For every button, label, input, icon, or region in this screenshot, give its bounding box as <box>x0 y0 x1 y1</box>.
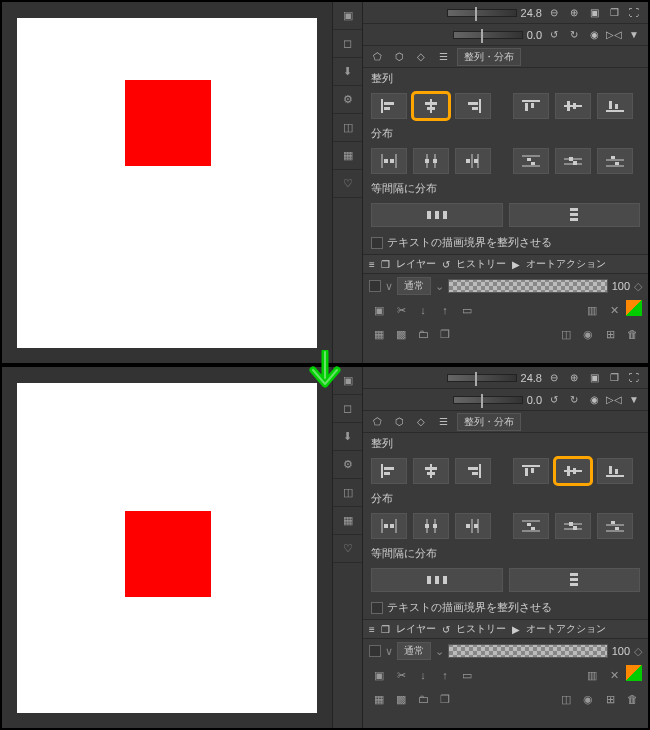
align-bottom-button[interactable] <box>597 93 633 119</box>
dock-icon-2[interactable]: ◻ <box>333 30 362 58</box>
layer-visible-checkbox[interactable] <box>369 280 381 292</box>
dock-icon-6[interactable]: ▦ <box>333 507 362 535</box>
bottom-tool-7[interactable]: ⊞ <box>600 689 620 709</box>
align-top-button[interactable] <box>513 93 549 119</box>
expand-icon[interactable]: ⛶ <box>626 5 642 21</box>
layer-tool-2[interactable]: ✂ <box>391 665 411 685</box>
bottom-tool-1[interactable]: ▦ <box>369 324 389 344</box>
tab-auto[interactable]: オートアクション <box>526 257 606 271</box>
fit-icon[interactable]: ▣ <box>586 5 602 21</box>
dock-icon-7[interactable]: ♡ <box>333 170 362 198</box>
rotation-slider[interactable] <box>453 31 523 39</box>
tab-icon-list[interactable]: ☰ <box>435 414 451 430</box>
dist-right-button[interactable] <box>455 513 491 539</box>
layers-icon[interactable]: ❐ <box>381 259 390 270</box>
color-swatch-icon[interactable] <box>626 665 642 681</box>
dist-vcenter-button[interactable] <box>555 148 591 174</box>
align-right-button[interactable] <box>455 93 491 119</box>
tab-icon-list[interactable]: ☰ <box>435 49 451 65</box>
dist-top-button[interactable] <box>513 513 549 539</box>
align-left-button[interactable] <box>371 458 407 484</box>
layer-tool-4[interactable]: ↑ <box>435 300 455 320</box>
zoom-in-icon[interactable]: ⊕ <box>566 370 582 386</box>
layer-tool-3[interactable]: ↓ <box>413 665 433 685</box>
layers-icon[interactable]: ❐ <box>381 624 390 635</box>
history-icon[interactable]: ↺ <box>442 624 450 635</box>
group-icon[interactable]: ❐ <box>606 5 622 21</box>
zoom-out-icon[interactable]: ⊖ <box>546 5 562 21</box>
align-bottom-button[interactable] <box>597 458 633 484</box>
menu-icon[interactable]: ≡ <box>369 259 375 270</box>
zoom-out-icon[interactable]: ⊖ <box>546 370 562 386</box>
menu-icon[interactable]: ≡ <box>369 624 375 635</box>
align-vcenter-button[interactable] <box>555 93 591 119</box>
blend-mode-select[interactable]: 通常 <box>397 277 431 295</box>
tab-icon-3[interactable]: ◇ <box>413 414 429 430</box>
flip-h-icon[interactable]: ▷◁ <box>606 27 622 43</box>
bottom-tool-4[interactable]: ❐ <box>435 324 455 344</box>
group-icon[interactable]: ❐ <box>606 370 622 386</box>
reset-icon[interactable]: ◉ <box>586 392 602 408</box>
layer-tool-7[interactable]: ✕ <box>604 665 624 685</box>
dropdown-icon[interactable]: ∨ <box>385 280 393 293</box>
reset-icon[interactable]: ◉ <box>586 27 602 43</box>
red-square[interactable] <box>125 511 211 597</box>
even-vertical-button[interactable] <box>509 568 641 592</box>
layer-tool-5[interactable]: ▭ <box>457 665 477 685</box>
dropdown-icon[interactable]: ∨ <box>385 645 393 658</box>
zoom-slider[interactable] <box>447 9 517 17</box>
dist-hcenter-button[interactable] <box>413 513 449 539</box>
blend-mode-select[interactable]: 通常 <box>397 642 431 660</box>
even-horizontal-button[interactable] <box>371 203 503 227</box>
bottom-tool-6[interactable]: ◉ <box>578 689 598 709</box>
trash-icon[interactable]: 🗑 <box>622 689 642 709</box>
layer-tool-6[interactable]: ▥ <box>582 665 602 685</box>
tab-history[interactable]: ヒストリー <box>456 622 506 636</box>
dock-icon-5[interactable]: ◫ <box>333 479 362 507</box>
align-right-button[interactable] <box>455 458 491 484</box>
layer-tool-3[interactable]: ↓ <box>413 300 433 320</box>
canvas-before[interactable] <box>17 18 317 348</box>
tab-icon-2[interactable]: ⬡ <box>391 49 407 65</box>
dock-icon-6[interactable]: ▦ <box>333 142 362 170</box>
opacity-slider[interactable] <box>448 279 608 293</box>
bottom-tool-5[interactable]: ◫ <box>556 689 576 709</box>
dock-icon-3[interactable]: ⬇ <box>333 58 362 86</box>
expand-icon[interactable]: ⛶ <box>626 370 642 386</box>
canvas-after[interactable] <box>17 383 317 713</box>
bottom-tool-3[interactable]: 🗀 <box>413 324 433 344</box>
tab-icon-2[interactable]: ⬡ <box>391 414 407 430</box>
align-top-button[interactable] <box>513 458 549 484</box>
tab-icon-3[interactable]: ◇ <box>413 49 429 65</box>
align-left-button[interactable] <box>371 93 407 119</box>
layer-visible-checkbox[interactable] <box>369 645 381 657</box>
dock-icon-5[interactable]: ◫ <box>333 114 362 142</box>
tab-auto[interactable]: オートアクション <box>526 622 606 636</box>
bottom-tool-3[interactable]: 🗀 <box>413 689 433 709</box>
bottom-tool-4[interactable]: ❐ <box>435 689 455 709</box>
bottom-tool-1[interactable]: ▦ <box>369 689 389 709</box>
bottom-tool-6[interactable]: ◉ <box>578 324 598 344</box>
auto-icon[interactable]: ▶ <box>512 624 520 635</box>
rotation-slider[interactable] <box>453 396 523 404</box>
history-icon[interactable]: ↺ <box>442 259 450 270</box>
dist-vcenter-button[interactable] <box>555 513 591 539</box>
dock-icon-4[interactable]: ⚙ <box>333 451 362 479</box>
dist-bottom-button[interactable] <box>597 513 633 539</box>
zoom-in-icon[interactable]: ⊕ <box>566 5 582 21</box>
flip-v-icon[interactable]: ▼ <box>626 392 642 408</box>
opacity-slider[interactable] <box>448 644 608 658</box>
bottom-tool-2[interactable]: ▩ <box>391 689 411 709</box>
align-hcenter-button[interactable] <box>413 458 449 484</box>
dock-icon-4[interactable]: ⚙ <box>333 86 362 114</box>
dist-left-button[interactable] <box>371 148 407 174</box>
rotate-cw-icon[interactable]: ↻ <box>566 27 582 43</box>
auto-icon[interactable]: ▶ <box>512 259 520 270</box>
tab-layers[interactable]: レイヤー <box>396 622 436 636</box>
trash-icon[interactable]: 🗑 <box>622 324 642 344</box>
tab-layers[interactable]: レイヤー <box>396 257 436 271</box>
even-vertical-button[interactable] <box>509 203 641 227</box>
dist-hcenter-button[interactable] <box>413 148 449 174</box>
tab-history[interactable]: ヒストリー <box>456 257 506 271</box>
layer-tool-6[interactable]: ▥ <box>582 300 602 320</box>
